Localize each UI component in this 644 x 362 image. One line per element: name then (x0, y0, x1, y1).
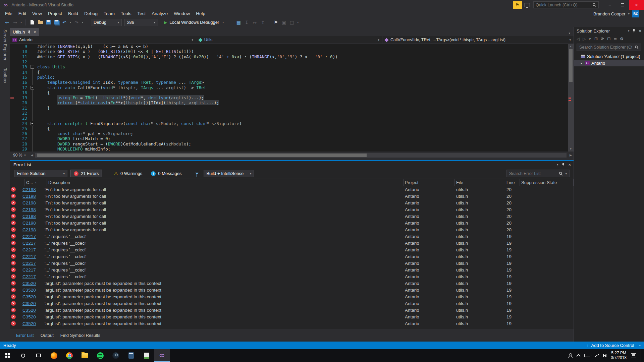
panel-tab-error-list[interactable]: Error List (13, 332, 37, 339)
side-tab-toolbox[interactable]: Toolbox (3, 68, 7, 83)
chevron-up-icon[interactable]: ▴ (636, 344, 641, 347)
taskbar-clock[interactable]: 5:27 PM 3/7/2018 (611, 351, 627, 360)
error-code-link[interactable]: C3520 (22, 288, 36, 293)
error-row[interactable]: ×C3520'argList': parameter pack must be … (10, 300, 574, 307)
errors-toggle-button[interactable]: ×21 Errors (70, 170, 102, 177)
error-code-link[interactable]: C3520 (22, 281, 36, 286)
scroll-right-icon[interactable]: ▶ (568, 154, 574, 157)
error-row[interactable]: ×C2198'Fn': too few arguments for callAn… (10, 226, 574, 233)
show-desktop-button[interactable] (641, 349, 642, 362)
people-icon[interactable] (568, 353, 573, 358)
column-header-severity[interactable] (13, 179, 25, 186)
user-name[interactable]: Brandon Cooper (593, 11, 625, 16)
error-row[interactable]: ×C2198'Fn': too few arguments for callAn… (10, 220, 574, 226)
code-line[interactable]: 11#define GET_BITS( x ) (INRANGE((x&(~0x… (10, 54, 574, 59)
chevron-down-icon[interactable]: ▾ (565, 172, 567, 175)
error-code-link[interactable]: C2217 (22, 261, 36, 266)
error-code-link[interactable]: C2198 (22, 194, 36, 199)
code-line[interactable]: 19 using Fn = TRet(__thiscall*)(void*, d… (10, 95, 574, 100)
close-panel-icon[interactable]: × (639, 28, 641, 34)
taskbar-visual-studio-icon[interactable]: ∞ (154, 349, 170, 362)
scroll-left-icon[interactable]: ◀ (29, 154, 35, 157)
redo-button[interactable]: ↷ (73, 19, 80, 26)
code-line[interactable]: 27 DWORD firstMatch = 0; (10, 136, 574, 141)
network-icon[interactable] (595, 354, 599, 357)
platform-select[interactable]: x86▾ (124, 19, 158, 26)
navigate-forward-button[interactable]: → (11, 19, 19, 26)
feedback-icon[interactable] (525, 3, 530, 7)
battery-icon[interactable] (584, 354, 590, 357)
se-sync-icon[interactable]: ⟳ (601, 37, 604, 41)
fold-collapse-icon[interactable] (31, 86, 34, 89)
error-row[interactable]: ×C2217'...' requires '__cdecl'Antariouti… (10, 273, 574, 280)
menu-window[interactable]: Window (171, 10, 193, 18)
error-code-link[interactable]: C3520 (22, 314, 36, 319)
error-row[interactable]: ×C3520'argList': parameter pack must be … (10, 307, 574, 313)
menu-tools[interactable]: Tools (118, 10, 135, 18)
start-debugging-button[interactable]: ▶ Local Windows Debugger ▾ (161, 18, 228, 26)
filter-button[interactable] (193, 170, 201, 177)
code-line[interactable]: 24 static uintptr_t FindSignature(const … (10, 121, 574, 126)
user-chevron-down-icon[interactable]: ▾ (628, 12, 630, 15)
volume-icon[interactable] (604, 354, 606, 357)
diagnostics-button[interactable]: ▦ (235, 19, 242, 26)
error-code-link[interactable]: C2198 (22, 207, 36, 212)
solution-explorer-search-input[interactable]: Search Solution Explorer (Ctrl+;) (577, 44, 641, 51)
taskbar-firefox-icon[interactable] (46, 349, 62, 362)
menu-analyze[interactable]: Analyze (149, 10, 171, 18)
avatar[interactable]: BC (632, 10, 639, 17)
error-row[interactable]: ×C2217'...' requires '__cdecl'Antariouti… (10, 266, 574, 273)
code-line[interactable]: 15public: (10, 75, 574, 80)
add-to-source-control-button[interactable]: Add to Source Control (591, 343, 634, 348)
error-code-link[interactable]: C2198 (22, 187, 36, 192)
tree-item-solution[interactable]: Solution 'Antario' (1 project) (574, 53, 644, 60)
se-collapse-all-icon[interactable]: ⊟ (607, 37, 610, 41)
close-panel-icon[interactable]: × (568, 162, 571, 167)
nav-project-dropdown[interactable]: ++ Antario ▾ (10, 36, 196, 44)
error-code-link[interactable]: C2198 (22, 221, 36, 226)
column-header-c-[interactable]: C...▲ (25, 179, 47, 186)
error-row[interactable]: ×C2217'...' requires '__cdecl'Antariouti… (10, 260, 574, 266)
code-line[interactable]: 25 { (10, 126, 574, 131)
taskbar-spotify-icon[interactable] (93, 349, 108, 362)
column-header-project[interactable]: Project (404, 179, 455, 186)
toolbar-overflow-chevron-icon[interactable]: ▾ (296, 21, 300, 24)
taskbar-chrome-icon[interactable] (62, 349, 77, 362)
bookmark-button[interactable]: ⚑ (272, 19, 279, 26)
code-line[interactable]: 28 DWORD rangeStart = (DWORD)GetModuleHa… (10, 141, 574, 146)
error-list-title-bar[interactable]: Error List ▾ × (10, 161, 574, 168)
step-into-button[interactable]: ↧ (243, 19, 250, 26)
undo-chevron-down-icon[interactable]: ▾ (69, 21, 72, 24)
se-folder-view-icon[interactable]: ⊞ (594, 37, 598, 41)
taskbar-task-view-icon[interactable] (31, 349, 46, 362)
open-file-button[interactable] (37, 19, 44, 26)
error-row[interactable]: ×C2217'...' requires '__cdecl'Antariouti… (10, 233, 574, 240)
side-tab-server-explorer[interactable]: Server Explorer (3, 29, 7, 61)
error-table[interactable]: ×C2198'Fn': too few arguments for callAn… (10, 186, 574, 329)
pin-icon[interactable] (632, 29, 636, 33)
warnings-toggle-button[interactable]: ⚠0 Warnings (110, 170, 146, 177)
notifications-flag-icon[interactable]: ⚑ (513, 1, 522, 9)
expander-icon[interactable]: ▸ (580, 61, 583, 65)
scrollbar-thumb[interactable] (37, 154, 367, 157)
se-show-all-files-icon[interactable]: ≡ (613, 37, 617, 41)
document-list-chevron-icon[interactable]: ▾ (569, 32, 574, 36)
code-editor[interactable]: 9#define INRANGE(x,a,b) (x >= a && x <= … (10, 44, 574, 152)
error-row[interactable]: ×C3520'argList': parameter pack must be … (10, 320, 574, 327)
panel-tab-output[interactable]: Output (38, 332, 56, 339)
window-position-chevron-icon[interactable]: ▾ (557, 163, 558, 166)
code-line[interactable]: 10#define GET_BYTE( x ) (GET_BITS(x[0]) … (10, 49, 574, 54)
nav-type-dropdown[interactable]: Utils ▾ (196, 36, 382, 44)
step-over-button[interactable]: ↦ (251, 19, 258, 26)
code-line[interactable]: 16 template<unsigned int IIdx, typename … (10, 80, 574, 85)
close-tab-icon[interactable]: × (34, 30, 36, 35)
error-code-link[interactable]: C2198 (22, 200, 36, 205)
new-file-button[interactable] (29, 19, 36, 26)
scope-select[interactable]: Entire Solution▾ (14, 170, 67, 177)
source-select[interactable]: Build + IntelliSense▾ (204, 170, 254, 177)
error-code-link[interactable]: C2217 (22, 274, 36, 279)
window-position-chevron-icon[interactable]: ▾ (628, 29, 630, 33)
code-line[interactable]: 20 return (*static_cast<Fn**>(thisptr))[… (10, 100, 574, 105)
error-code-link[interactable]: C3520 (22, 294, 36, 299)
error-code-link[interactable]: C2217 (22, 234, 36, 239)
